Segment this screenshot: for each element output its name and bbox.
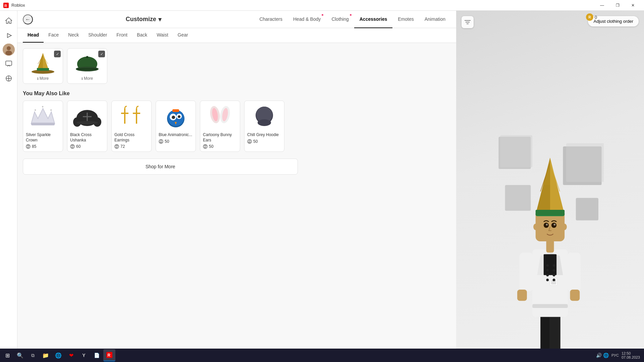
app-title: R Roblox — [3, 3, 594, 8]
equipped-items: ✓ — [23, 48, 451, 84]
svg-text:✦: ✦ — [34, 108, 37, 112]
tab-head-body[interactable]: Head & Body — [288, 11, 326, 28]
equipped-item-1[interactable]: ✓ — [67, 48, 107, 84]
maximize-button[interactable]: ❐ — [610, 0, 625, 11]
section-title: You May Also Like — [23, 90, 451, 97]
taskbar-heart-button[interactable]: ❤ — [65, 349, 77, 361]
taskbar-lang: РУС — [611, 353, 619, 357]
subtab-neck[interactable]: Neck — [63, 28, 84, 43]
chat-icon — [5, 60, 12, 67]
svg-rect-96 — [536, 210, 565, 216]
accessories-content: ✓ — [17, 43, 456, 362]
equipped-item-0[interactable]: ✓ — [23, 48, 63, 84]
taskbar-y-button[interactable]: Y — [78, 349, 90, 361]
tab-animation[interactable]: Animation — [419, 11, 451, 28]
subtab-face[interactable]: Face — [44, 28, 63, 43]
svg-point-76 — [553, 264, 555, 267]
rec-price-4: R$ 50 — [203, 144, 237, 149]
subtab-waist[interactable]: Waist — [152, 28, 173, 43]
rec-item-2[interactable]: Gold Cross Earrings R$ 72 — [111, 101, 152, 152]
taskbar-right: 🔊 🌐 РУС 12:50 07.08.2023 — [596, 351, 643, 359]
recommendations-list: ✦ ✦ ✦ Silver Sparkle Crown R$ 85 — [23, 101, 451, 152]
subtab-back[interactable]: Back — [132, 28, 152, 43]
rec-image-1 — [70, 104, 104, 130]
coin-amount: 0 — [595, 15, 597, 20]
filter-button[interactable] — [462, 16, 474, 28]
close-button[interactable]: ✕ — [625, 0, 641, 11]
tab-dot — [322, 14, 323, 16]
subtab-shoulder[interactable]: Shoulder — [84, 28, 112, 43]
sidebar-item-chat[interactable] — [2, 57, 15, 70]
nav-tabs: Characters Head & Body Clothing Accessor… — [254, 11, 451, 28]
svg-rect-60 — [505, 185, 531, 211]
rec-item-0[interactable]: ✦ ✦ ✦ Silver Sparkle Crown R$ 85 — [23, 101, 63, 152]
taskbar-search-button[interactable]: 🔍 — [14, 349, 26, 361]
robux-icon-5: R$ — [247, 139, 252, 144]
tab-accessories[interactable]: Accessories — [354, 11, 393, 28]
rec-name-3: Blue Animatronic... — [159, 132, 193, 138]
svg-point-33 — [76, 121, 98, 124]
rec-item-5[interactable]: Chill Grey Hoodie R$ 50 — [244, 101, 284, 152]
svg-point-91 — [533, 224, 538, 230]
silver-sparkle-crown-image: ✦ ✦ ✦ — [28, 105, 58, 129]
svg-rect-82 — [517, 290, 527, 301]
rec-price-2: R$ 72 — [114, 144, 149, 149]
svg-point-52 — [258, 119, 271, 126]
rec-image-4 — [203, 104, 237, 130]
minimize-button[interactable]: — — [594, 0, 610, 11]
shop-more-button[interactable]: Shop for More — [23, 159, 298, 175]
right-panel: Adjust clothing order R 0 — [456, 11, 644, 362]
taskbar-explorer-button[interactable]: 📁 — [40, 349, 52, 361]
item-image-0 — [28, 51, 58, 75]
discover-icon — [5, 32, 12, 39]
item-more-0[interactable]: ℹ More — [26, 76, 60, 81]
avatar-icon[interactable] — [3, 44, 15, 56]
svg-point-89 — [546, 224, 548, 226]
coin-display: R 0 — [586, 13, 597, 21]
taskbar-start-button[interactable]: ⊞ — [1, 349, 13, 361]
rec-image-2 — [115, 104, 148, 130]
rec-image-5 — [248, 104, 281, 130]
subtab-gear[interactable]: Gear — [173, 28, 193, 43]
robux-circle-icon: R — [586, 13, 593, 21]
back-button[interactable]: ← — [23, 14, 33, 24]
sidebar-item-home[interactable] — [2, 14, 15, 27]
dropdown-icon: ▾ — [158, 16, 161, 23]
rec-item-1[interactable]: Black Cross Ushanka R$ 60 — [67, 101, 107, 152]
tab-emotes[interactable]: Emotes — [392, 11, 419, 28]
taskbar-roblox-icon: R — [106, 352, 112, 358]
subtab-front[interactable]: Front — [112, 28, 132, 43]
robux-icon-1: R$ — [70, 144, 75, 149]
tab-clothing[interactable]: Clothing — [326, 11, 354, 28]
gold-cross-earrings-image — [116, 105, 147, 129]
svg-rect-44 — [172, 109, 179, 112]
subtab-head[interactable]: Head — [23, 28, 44, 43]
taskbar-chrome-button[interactable]: 🌐 — [52, 349, 64, 361]
sidebar-item-discover[interactable] — [2, 29, 15, 42]
robux-icon: R$ — [26, 144, 31, 149]
svg-rect-61 — [576, 198, 598, 220]
user-avatar — [3, 44, 15, 56]
item-more-1[interactable]: ℹ More — [70, 76, 104, 81]
sidebar-item-store[interactable] — [2, 72, 15, 85]
taskbar-task-view-button[interactable]: ⧉ — [27, 349, 39, 361]
blue-animatronic-image — [161, 105, 191, 129]
rec-item-4[interactable]: Cartoony Bunny Ears R$ 50 — [200, 101, 240, 152]
check-badge-1: ✓ — [98, 51, 105, 57]
green-cap-image — [74, 52, 101, 74]
rec-price-5: R$ 50 — [247, 139, 281, 144]
svg-text:R: R — [4, 4, 7, 8]
svg-marker-3 — [7, 34, 11, 38]
svg-rect-27 — [31, 123, 55, 125]
taskbar-roblox-button[interactable]: R — [103, 349, 115, 361]
rec-name-2: Gold Cross Earrings — [114, 132, 149, 143]
taskbar-icons: 🔊 🌐 — [596, 353, 609, 358]
svg-rect-84 — [570, 290, 580, 301]
tab-characters[interactable]: Characters — [254, 11, 287, 28]
svg-rect-21 — [77, 68, 97, 70]
taskbar-doc-button[interactable]: 📄 — [91, 349, 103, 361]
svg-point-73 — [546, 269, 549, 272]
left-sidebar — [0, 11, 17, 362]
rec-item-3[interactable]: Blue Animatronic... R$ 50 — [156, 101, 196, 152]
tab-dot-clothing — [350, 14, 352, 16]
